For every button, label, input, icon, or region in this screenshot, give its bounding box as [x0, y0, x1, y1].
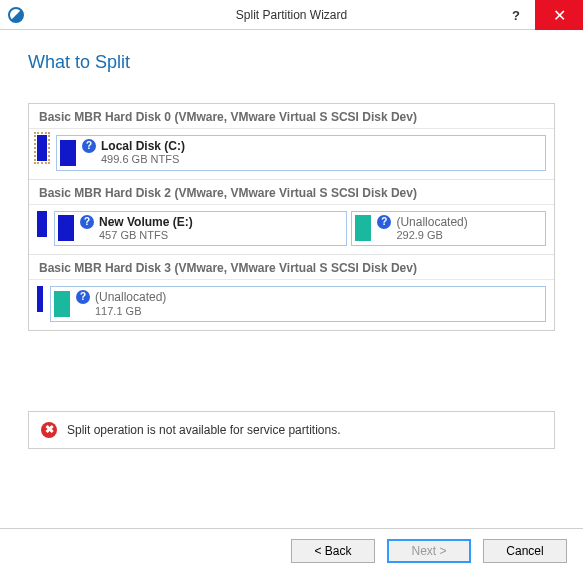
content-area: What to Split Basic MBR Hard Disk 0 (VMw…: [0, 30, 583, 449]
help-icon: ?: [76, 290, 90, 304]
partition-text: ?Local Disk (C:) 499.6 GB NTFS: [82, 139, 185, 167]
partition-size: 457 GB NTFS: [99, 229, 193, 242]
partition-row: ?New Volume (E:) 457 GB NTFS ?(Unallocat…: [29, 205, 554, 255]
partition-row: ?(Unallocated) 117.1 GB: [29, 280, 554, 330]
partition-name: ?Local Disk (C:): [82, 139, 185, 153]
disk-list: Basic MBR Hard Disk 0 (VMware, VMware Vi…: [28, 103, 555, 331]
disk-group-2: Basic MBR Hard Disk 3 (VMware, VMware Vi…: [29, 255, 554, 330]
window-controls: ? ✕: [497, 0, 583, 30]
partition-name: ?(Unallocated): [76, 290, 166, 304]
next-button[interactable]: Next >: [387, 539, 471, 563]
disk-bar-icon: [37, 286, 43, 312]
partition-item[interactable]: ?Local Disk (C:) 499.6 GB NTFS: [56, 135, 546, 171]
partition-text: ?(Unallocated) 117.1 GB: [76, 290, 166, 318]
error-icon: ✖: [41, 422, 57, 438]
partition-text: ?(Unallocated) 292.9 GB: [377, 215, 467, 243]
disk-header: Basic MBR Hard Disk 0 (VMware, VMware Vi…: [29, 104, 554, 129]
disk-header: Basic MBR Hard Disk 3 (VMware, VMware Vi…: [29, 255, 554, 280]
help-button[interactable]: ?: [497, 0, 535, 30]
disk-group-1: Basic MBR Hard Disk 2 (VMware, VMware Vi…: [29, 180, 554, 256]
cancel-button[interactable]: Cancel: [483, 539, 567, 563]
help-icon: ?: [82, 139, 96, 153]
partition-text: ?New Volume (E:) 457 GB NTFS: [80, 215, 193, 243]
disk-bar-icon: [37, 211, 47, 237]
partition-item[interactable]: ?(Unallocated) 292.9 GB: [351, 211, 546, 247]
partition-item[interactable]: ?New Volume (E:) 457 GB NTFS: [54, 211, 347, 247]
partition-size: 292.9 GB: [396, 229, 467, 242]
titlebar: Split Partition Wizard ? ✕: [0, 0, 583, 30]
disk-group-0: Basic MBR Hard Disk 0 (VMware, VMware Vi…: [29, 104, 554, 180]
partition-name: ?New Volume (E:): [80, 215, 193, 229]
disk-bar-icon: [37, 135, 47, 161]
help-icon: ?: [80, 215, 94, 229]
partition-size: 117.1 GB: [95, 305, 166, 318]
partition-color-icon: [54, 291, 70, 317]
partition-item[interactable]: ?(Unallocated) 117.1 GB: [50, 286, 546, 322]
partition-size: 499.6 GB NTFS: [101, 153, 185, 166]
back-button[interactable]: < Back: [291, 539, 375, 563]
partition-color-icon: [58, 215, 74, 241]
footer: < Back Next > Cancel: [0, 528, 583, 573]
partition-name: ?(Unallocated): [377, 215, 467, 229]
warning-box: ✖ Split operation is not available for s…: [28, 411, 555, 449]
window-title: Split Partition Wizard: [0, 8, 583, 22]
partition-color-icon: [60, 140, 76, 166]
warning-text: Split operation is not available for ser…: [67, 423, 340, 437]
help-icon: ?: [377, 215, 391, 229]
partition-row: ?Local Disk (C:) 499.6 GB NTFS: [29, 129, 554, 179]
disk-header: Basic MBR Hard Disk 2 (VMware, VMware Vi…: [29, 180, 554, 205]
partition-color-icon: [355, 215, 371, 241]
page-heading: What to Split: [28, 52, 555, 73]
close-button[interactable]: ✕: [535, 0, 583, 30]
